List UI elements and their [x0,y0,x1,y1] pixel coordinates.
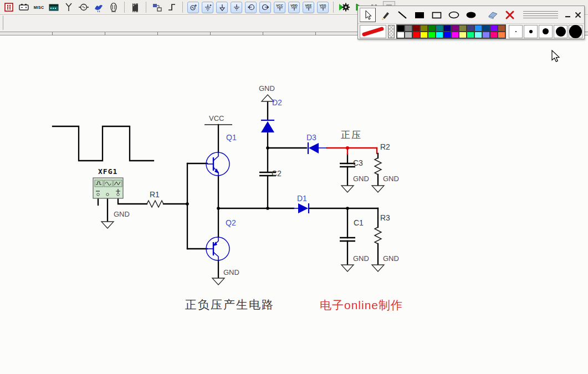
bird-icon[interactable] [93,1,105,13]
vdd-rail-icon[interactable]: VDD [288,2,300,13]
color-swatch[interactable] [498,25,505,32]
close-button[interactable] [574,11,582,19]
color-swatch[interactable] [451,25,459,32]
capacitor-c2[interactable]: C2 [259,169,282,178]
highlighted-wire[interactable] [327,146,377,154]
color-swatch[interactable] [405,32,412,38]
electron-tube-icon[interactable] [108,1,120,13]
vss-rail-icon[interactable]: VSS [317,2,329,13]
brush-size-button[interactable] [554,25,567,38]
color-swatch[interactable] [467,32,474,38]
minimize-button[interactable] [564,11,572,19]
pen-preview [360,25,386,38]
diode-d2[interactable]: D2 [261,98,282,132]
resistor-r2[interactable]: R2 [375,142,390,175]
credit-text[interactable]: 电子online制作 [320,299,403,311]
wires[interactable] [98,101,378,278]
motor-icon[interactable] [78,1,90,13]
clear-all-button[interactable] [502,8,518,22]
svg-text:C1: C1 [354,218,364,227]
battery-icon[interactable] [18,1,30,13]
color-swatch[interactable] [490,25,498,32]
color-swatch[interactable] [405,25,412,32]
color-swatch[interactable] [498,32,505,38]
toolbar-separator [124,2,125,13]
color-swatch[interactable] [474,25,482,32]
color-swatch[interactable] [443,25,451,32]
schematic-canvas[interactable]: XFG1 VCC GND GND GND GND GND GND GND [0,0,588,374]
brush-size-button[interactable] [509,25,523,38]
hierarchical-block-icon[interactable] [151,1,163,13]
color-swatch[interactable] [482,25,490,32]
ac-source-icon[interactable] [187,2,199,13]
transparent-swatch[interactable] [388,25,395,38]
color-swatch[interactable] [412,32,420,38]
vcc-rail[interactable]: VCC [204,114,232,125]
square-wave-sketch[interactable] [53,126,154,161]
filled-ellipse-tool-button[interactable] [463,8,479,22]
rectangle-tool-button[interactable] [428,8,444,22]
function-generator-xfg1[interactable]: XFG1 [93,167,123,198]
vee-rail-icon[interactable]: VEE [303,2,314,13]
transistor-q1[interactable]: Q1 [206,133,237,176]
toolbar-drag-handle[interactable] [523,11,558,19]
color-swatch[interactable] [420,32,428,38]
svg-text:D2: D2 [272,98,282,107]
color-swatch[interactable] [451,32,459,38]
ellipse-tool-button[interactable] [446,8,462,22]
seven-segment-icon[interactable] [3,1,15,13]
antenna-icon[interactable] [63,1,75,13]
svg-text:GND: GND [223,268,239,276]
marker-tool-button[interactable] [377,8,393,22]
transistor-q2[interactable]: Q2 [206,218,236,260]
digital-ground-icon[interactable] [202,2,213,13]
misc-components-icon[interactable]: MISC [33,1,45,13]
svg-text:C2: C2 [272,169,282,178]
toolbar-grip[interactable] [3,16,3,30]
svg-text:GND: GND [383,254,399,263]
circuit-title[interactable]: 正负压产生电路 [185,298,274,311]
color-swatch[interactable] [459,32,467,38]
select-tool-button[interactable] [360,8,376,22]
capacitor-c3[interactable]: C3 [340,158,363,167]
ground-symbols[interactable] [101,95,384,285]
resistor-r3[interactable]: R3 [375,213,390,244]
color-swatch[interactable] [428,32,436,38]
color-swatch[interactable] [436,25,443,32]
resistor-r1[interactable]: R1 [147,190,163,207]
svg-text:C3: C3 [353,158,363,167]
color-swatch[interactable] [397,25,405,32]
vcc-rail-icon[interactable]: VCC [274,2,285,13]
earth-ground-icon[interactable] [231,2,242,13]
color-swatch[interactable] [428,25,436,32]
color-swatch[interactable] [467,25,474,32]
lcd-display-icon[interactable] [48,1,60,13]
brush-size-button[interactable] [539,25,553,38]
source-right-icon[interactable] [259,2,271,13]
run-settings-icon[interactable] [338,1,350,13]
capacitor-c1[interactable]: C1 [340,218,364,241]
brush-size-button[interactable] [524,25,538,38]
ground-arrow-icon[interactable] [216,2,228,13]
color-swatch[interactable] [459,25,467,32]
color-swatch[interactable] [436,32,443,38]
brush-size-button[interactable] [569,25,582,38]
diode-d1[interactable]: D1 [294,194,309,213]
color-swatch[interactable] [482,32,490,38]
filled-rectangle-tool-button[interactable] [411,8,427,22]
positive-voltage-label[interactable]: 正压 [341,129,362,140]
color-swatch[interactable] [443,32,451,38]
line-tool-button[interactable] [394,8,410,22]
ic-chip-icon[interactable] [129,1,141,13]
color-swatch[interactable] [397,32,405,38]
source-left-icon[interactable] [245,2,257,13]
color-swatch[interactable] [420,25,428,32]
xfg1-label[interactable]: XFG1 [98,167,117,176]
eraser-tool-button[interactable] [484,8,500,22]
step-signal-icon[interactable] [166,1,178,13]
color-swatch[interactable] [490,32,498,38]
diode-d3[interactable]: D3 [306,133,327,154]
color-swatch[interactable] [412,25,420,32]
color-swatch[interactable] [474,32,482,38]
svg-text:R1: R1 [150,190,160,199]
